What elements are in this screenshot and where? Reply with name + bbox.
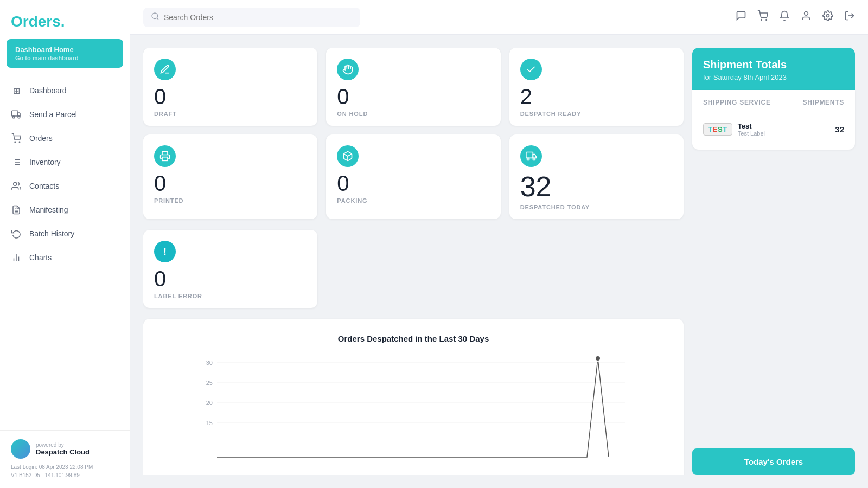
- on-hold-icon: [337, 59, 359, 80]
- sidebar-label-charts: Charts: [29, 253, 52, 262]
- sidebar-logo: Orders.: [0, 0, 130, 39]
- shipment-totals-card: Shipment Totals for Saturday 8th April 2…: [692, 48, 855, 150]
- despatched-today-label: DESPATCHED TODAY: [520, 204, 590, 210]
- sidebar-item-orders[interactable]: Orders: [0, 126, 130, 150]
- despatch-ready-icon: [520, 59, 542, 80]
- shipment-service-info: TEST Test Test Label: [703, 122, 765, 137]
- col-service: Shipping Service: [703, 99, 771, 106]
- stat-cards-grid: 0 DRAFT 0 ON HOLD 2 DESPAT: [143, 48, 684, 219]
- shipment-totals-date: for Saturday 8th April 2023: [703, 73, 844, 81]
- powered-by-text: powered by: [36, 442, 90, 448]
- svg-text:30: 30: [206, 359, 213, 366]
- chart-title: Orders Despatched in the Last 30 Days: [156, 334, 671, 343]
- sidebar-item-manifesting[interactable]: Manifesting: [0, 198, 130, 222]
- stat-card-on-hold[interactable]: 0 ON HOLD: [326, 48, 500, 126]
- svg-text:25: 25: [206, 380, 213, 386]
- svg-point-21: [805, 12, 808, 16]
- despatched-today-number: 32: [520, 172, 552, 201]
- manifesting-icon: [11, 204, 22, 215]
- right-panel: Shipment Totals for Saturday 8th April 2…: [692, 48, 855, 475]
- col-shipments: Shipments: [803, 99, 845, 106]
- svg-point-27: [527, 158, 529, 160]
- todays-orders-button[interactable]: Today's Orders: [692, 448, 855, 475]
- packing-icon: [337, 145, 359, 167]
- svg-point-20: [766, 20, 767, 21]
- stat-card-despatch-ready[interactable]: 2 DESPATCH READY: [509, 48, 684, 126]
- sidebar-item-inventory[interactable]: Inventory: [0, 150, 130, 174]
- sidebar-item-contacts[interactable]: Contacts: [0, 174, 130, 198]
- draft-number: 0: [154, 86, 166, 107]
- label-error-icon: !: [154, 241, 176, 262]
- despatch-ready-number: 2: [520, 86, 532, 107]
- search-input[interactable]: [164, 13, 353, 22]
- search-container[interactable]: [143, 8, 360, 27]
- main-content: 0 DRAFT 0 ON HOLD 2 DESPAT: [130, 0, 868, 488]
- draft-label: DRAFT: [154, 111, 177, 117]
- svg-text:15: 15: [206, 420, 213, 426]
- svg-rect-0: [12, 111, 18, 116]
- stat-card-draft[interactable]: 0 DRAFT: [143, 48, 317, 126]
- chart-container: Orders Despatched in the Last 30 Days 30…: [143, 319, 684, 475]
- on-hold-label: ON HOLD: [337, 111, 368, 117]
- chart-area: 30 25 20 15: [156, 354, 671, 475]
- last-login: Last Login: 08 Apr 2023 22:08 PM: [11, 463, 119, 471]
- sidebar: Orders. Dashboard Home Go to main dashbo…: [0, 0, 130, 488]
- powered-by: powered by Despatch Cloud: [11, 439, 119, 459]
- svg-point-28: [533, 158, 535, 160]
- svg-point-1: [12, 116, 15, 118]
- dashboard-area: 0 DRAFT 0 ON HOLD 2 DESPAT: [143, 48, 692, 475]
- draft-icon: [154, 59, 176, 80]
- sidebar-label-orders: Orders: [29, 134, 53, 143]
- service-sublabel: Test Label: [738, 130, 765, 137]
- printed-number: 0: [154, 172, 166, 194]
- brand-name: Despatch Cloud: [36, 448, 90, 456]
- message-icon[interactable]: [736, 10, 746, 24]
- send-parcel-icon: [11, 109, 22, 120]
- exit-icon[interactable]: [844, 10, 855, 24]
- shipment-totals-body: Shipping Service Shipments TEST Test Tes…: [692, 90, 855, 150]
- user-button-sublabel: Go to main dashboard: [15, 55, 114, 61]
- sidebar-item-send-parcel[interactable]: Send a Parcel: [0, 102, 130, 126]
- user-icon[interactable]: [801, 10, 812, 24]
- stat-card-despatched-today[interactable]: 32 DESPATCHED TODAY: [509, 134, 684, 219]
- test-badge: TEST: [703, 123, 732, 136]
- sidebar-item-batch-history[interactable]: Batch History: [0, 222, 130, 246]
- sidebar-label-send-parcel: Send a Parcel: [29, 110, 77, 119]
- logo-text: Orders: [11, 13, 61, 30]
- shipment-totals-title: Shipment Totals: [703, 59, 844, 71]
- stat-card-packing[interactable]: 0 PACKING: [326, 134, 500, 219]
- svg-line-18: [157, 18, 158, 20]
- svg-point-4: [19, 142, 20, 143]
- sidebar-label-batch-history: Batch History: [29, 229, 74, 238]
- sidebar-label-manifesting: Manifesting: [29, 206, 68, 214]
- content: 0 DRAFT 0 ON HOLD 2 DESPAT: [130, 35, 868, 488]
- label-error-number: 0: [154, 268, 166, 290]
- sidebar-label-inventory: Inventory: [29, 158, 61, 166]
- sidebar-item-label: Dashboard: [29, 86, 67, 95]
- despatch-ready-label: DESPATCH READY: [520, 111, 582, 117]
- packing-number: 0: [337, 172, 349, 194]
- svg-point-2: [18, 116, 20, 118]
- bell-icon[interactable]: [779, 10, 790, 24]
- inventory-icon: [11, 157, 22, 168]
- label-error-row: ! 0 LABEL ERROR: [143, 230, 684, 308]
- svg-rect-24: [162, 157, 168, 161]
- despatch-cloud-logo: [11, 439, 30, 459]
- svg-text:20: 20: [206, 400, 213, 406]
- batch-history-icon: [11, 228, 22, 239]
- contacts-icon: [11, 181, 22, 191]
- sidebar-user-button[interactable]: Dashboard Home Go to main dashboard: [7, 39, 123, 68]
- user-button-label: Dashboard Home: [15, 46, 114, 54]
- shipment-row: TEST Test Test Label 32: [703, 118, 844, 141]
- service-name: Test: [738, 122, 765, 130]
- label-error-label: LABEL ERROR: [154, 293, 202, 299]
- search-icon: [151, 12, 159, 23]
- stat-card-label-error[interactable]: ! 0 LABEL ERROR: [143, 230, 317, 308]
- sidebar-item-dashboard[interactable]: ⊞ Dashboard: [0, 79, 130, 102]
- sidebar-nav: ⊞ Dashboard Send a Parcel Orders Invento…: [0, 74, 130, 430]
- shipment-count: 32: [835, 125, 844, 134]
- sidebar-item-charts[interactable]: Charts: [0, 246, 130, 269]
- stat-card-printed[interactable]: 0 PRINTED: [143, 134, 317, 219]
- cart-icon[interactable]: [757, 10, 768, 24]
- gear-icon[interactable]: [822, 10, 833, 24]
